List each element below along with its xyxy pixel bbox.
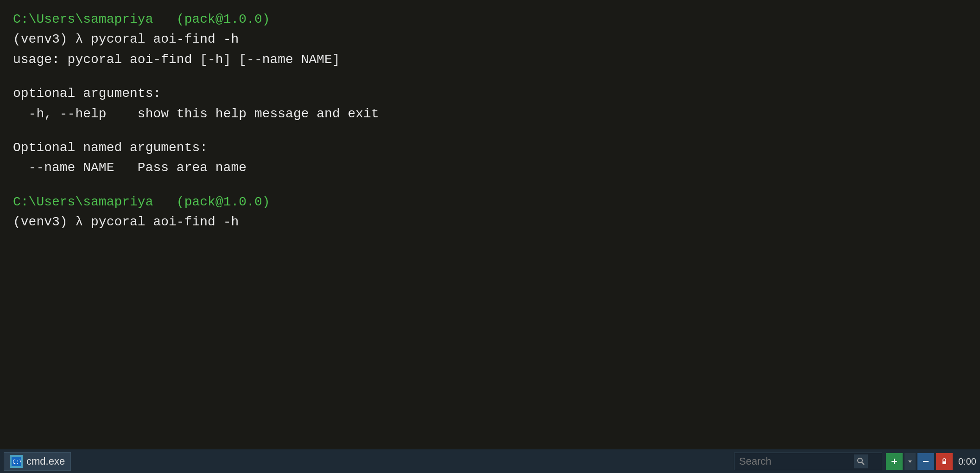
taskbar-app-cmd[interactable]: C:\ cmd.exe: [4, 452, 71, 471]
taskbar-app-label: cmd.exe: [26, 455, 65, 467]
taskbar-right-icons: 0:00: [886, 453, 976, 470]
add-icon-button[interactable]: [886, 453, 903, 470]
svg-line-3: [862, 462, 864, 465]
svg-rect-11: [942, 461, 946, 464]
time-display: 0:00: [958, 456, 976, 467]
svg-point-2: [858, 458, 862, 463]
spacer-1: [13, 70, 967, 83]
terminal-line-1: C:\Users\samapriya (pack@1.0.0): [13, 9, 967, 29]
taskbar: C:\ cmd.exe: [0, 449, 980, 473]
lock-icon-button[interactable]: [936, 453, 953, 470]
search-bar[interactable]: [734, 453, 882, 470]
search-input[interactable]: [739, 455, 850, 467]
svg-marker-7: [908, 460, 912, 463]
minimize-icon-button[interactable]: [917, 453, 934, 470]
svg-text:C:\: C:\: [13, 459, 21, 465]
terminal-line-2: (venv3) λ pycoral aoi-find -h: [13, 29, 967, 49]
terminal-line-8: Optional named arguments:: [13, 138, 967, 158]
spacer-3: [13, 178, 967, 192]
cmd-icon: C:\: [10, 455, 23, 468]
terminal-line-12: (venv3) λ pycoral aoi-find -h: [13, 212, 967, 232]
search-icon-button[interactable]: [854, 454, 868, 468]
terminal-line-5: optional arguments:: [13, 83, 967, 103]
terminal-window[interactable]: C:\Users\samapriya (pack@1.0.0) (venv3) …: [0, 0, 980, 449]
terminal-line-6: -h, --help show this help message and ex…: [13, 104, 967, 124]
terminal-line-9: --name NAME Pass area name: [13, 158, 967, 178]
terminal-line-11: C:\Users\samapriya (pack@1.0.0): [13, 192, 967, 212]
terminal-line-3: usage: pycoral aoi-find [-h] [--name NAM…: [13, 50, 967, 70]
spacer-2: [13, 124, 967, 138]
dropdown-arrow-button[interactable]: [904, 453, 916, 470]
